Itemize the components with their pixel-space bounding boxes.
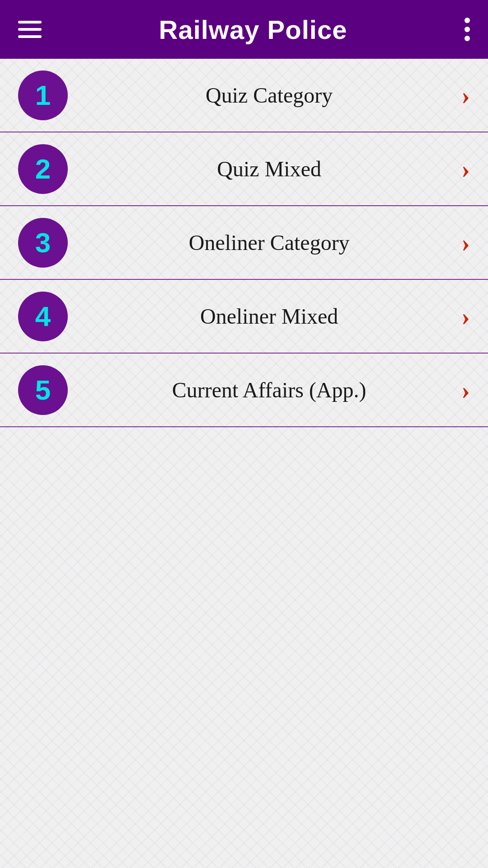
badge-number-3: 3 [35,226,51,259]
item-label-5: Current Affairs (App.) [86,377,452,402]
chevron-right-icon-1: › [461,81,470,110]
badge-number-5: 5 [35,374,51,406]
chevron-right-icon-3: › [461,228,470,257]
item-label-4: Oneliner Mixed [86,304,452,329]
item-label-2: Quiz Mixed [86,156,452,181]
badge-3: 3 [18,218,68,268]
list-item-2[interactable]: 2 Quiz Mixed › [0,132,488,206]
page-title: Railway Police [159,14,347,45]
item-label-1: Quiz Category [86,83,452,108]
badge-4: 4 [18,292,68,341]
badge-1: 1 [18,71,68,120]
list-item-3[interactable]: 3 Oneliner Category › [0,206,488,280]
more-options-button[interactable] [465,18,470,41]
chevron-right-icon-4: › [461,302,470,331]
list-item-1[interactable]: 1 Quiz Category › [0,59,488,132]
list-item-4[interactable]: 4 Oneliner Mixed › [0,280,488,354]
chevron-right-icon-5: › [461,376,470,405]
item-label-3: Oneliner Category [86,230,452,255]
main-content: 1 Quiz Category › 2 Quiz Mixed › 3 Oneli… [0,59,488,868]
app-header: Railway Police [0,0,488,59]
badge-5: 5 [18,365,68,415]
badge-number-1: 1 [35,79,51,111]
chevron-right-icon-2: › [461,155,470,184]
badge-number-4: 4 [35,300,51,332]
list-item-5[interactable]: 5 Current Affairs (App.) › [0,354,488,427]
badge-number-2: 2 [35,153,51,185]
hamburger-menu-button[interactable] [18,21,42,38]
badge-2: 2 [18,144,68,194]
